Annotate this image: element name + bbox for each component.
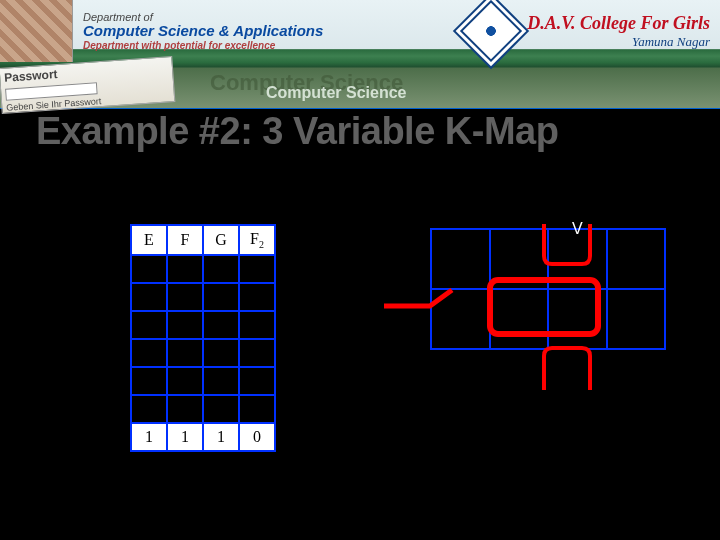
td-f: 1 bbox=[167, 423, 203, 451]
dept-title: Computer Science & Applications bbox=[83, 23, 463, 40]
college-title: D.A.V. College For Girls bbox=[527, 13, 710, 34]
td-e: 1 bbox=[131, 423, 167, 451]
slide-title: Example #2: 3 Variable K-Map bbox=[36, 110, 558, 153]
department-block: Department of Computer Science & Applica… bbox=[73, 11, 463, 51]
college-logo bbox=[463, 3, 519, 59]
th-f: F bbox=[167, 225, 203, 255]
building-photo bbox=[0, 0, 73, 62]
kmap: V bbox=[430, 228, 666, 428]
td-g: 1 bbox=[203, 423, 239, 451]
cs-text: Computer Science bbox=[266, 84, 406, 102]
college-sub: Yamuna Nagar bbox=[527, 34, 710, 50]
kmap-grid bbox=[430, 228, 666, 350]
th-f2: F2 bbox=[239, 225, 275, 255]
header-banner: Department of Computer Science & Applica… bbox=[0, 0, 720, 109]
th-g: G bbox=[203, 225, 239, 255]
truth-table: E F G F2 1 1 1 0 bbox=[130, 224, 276, 452]
banner-top: Department of Computer Science & Applica… bbox=[0, 0, 720, 62]
college-block: D.A.V. College For Girls Yamuna Nagar bbox=[527, 13, 720, 50]
td-f2: 0 bbox=[239, 423, 275, 451]
kmap-label-v: V bbox=[572, 220, 583, 238]
dept-subtitle: Department with potential for excellence bbox=[83, 40, 463, 51]
th-e: E bbox=[131, 225, 167, 255]
